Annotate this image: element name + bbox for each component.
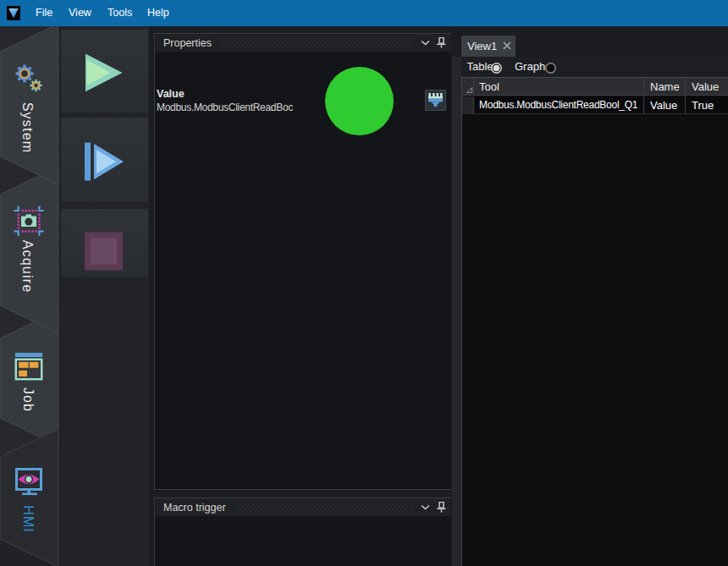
svg-text:Job: Job: [21, 387, 36, 412]
svg-text:HMI: HMI: [21, 505, 36, 532]
svg-text:Acquire: Acquire: [20, 240, 35, 294]
svg-text:System: System: [20, 102, 35, 154]
